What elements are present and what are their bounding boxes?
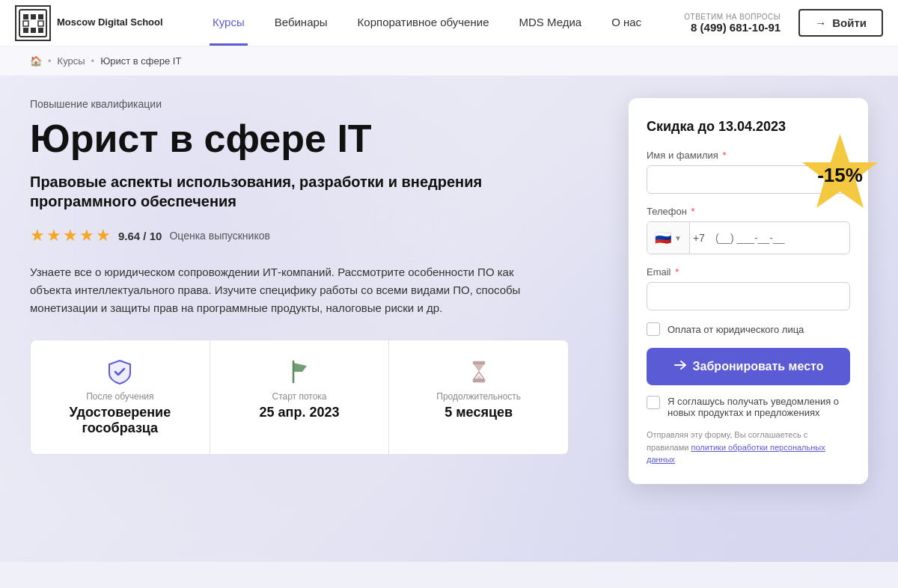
legal-payment-row: Оплата от юридического лица xyxy=(647,322,850,336)
breadcrumb-courses[interactable]: Курсы xyxy=(58,55,85,67)
info-card-certificate: После обучения Удостоверение гособразца xyxy=(30,340,210,455)
nav-courses[interactable]: Курсы xyxy=(210,1,248,46)
svg-rect-4 xyxy=(23,21,28,26)
email-input[interactable] xyxy=(647,282,850,310)
stars: ★ ★ ★ ★ ★ xyxy=(30,226,111,245)
logo-text: Moscow Digital School xyxy=(57,16,163,29)
nav-mds-media[interactable]: MDS Медиа xyxy=(516,1,584,46)
login-label: Войти xyxy=(832,16,867,29)
discount-badge: -15% xyxy=(797,132,883,218)
flag-emoji: 🇷🇺 xyxy=(655,230,671,246)
legal-payment-label: Оплата от юридического лица xyxy=(668,324,804,335)
certificate-label-small: После обучения xyxy=(53,391,187,402)
nav-corporate[interactable]: Корпоративное обучение xyxy=(355,1,492,46)
main-nav: Курсы Вебинары Корпоративное обучение MD… xyxy=(180,1,684,46)
breadcrumb-sep-2: • xyxy=(91,55,95,67)
chevron-down-icon: ▼ xyxy=(674,234,682,242)
svg-rect-1 xyxy=(23,14,28,19)
star-3: ★ xyxy=(63,226,78,245)
course-description: Узнаете все о юридическом сопровождении … xyxy=(30,263,539,317)
info-card-duration: Продолжительность 5 месяцев xyxy=(388,340,569,455)
discount-text: -15% xyxy=(797,132,883,218)
star-2: ★ xyxy=(46,226,61,245)
nav-about[interactable]: О нас xyxy=(608,1,644,46)
start-value: 25 апр. 2023 xyxy=(233,405,367,420)
breadcrumb-current: Юрист в сфере IT xyxy=(100,55,181,67)
info-cards: После обучения Удостоверение гособразца … xyxy=(30,340,569,455)
course-subtitle: Правовые аспекты использования, разработ… xyxy=(30,172,569,211)
nav-webinars[interactable]: Вебинары xyxy=(272,1,331,46)
svg-rect-5 xyxy=(38,21,43,26)
discount-percent-label: -15% xyxy=(817,164,863,187)
home-icon[interactable]: 🏠 xyxy=(30,55,42,67)
shield-icon xyxy=(53,358,187,385)
logo-icon xyxy=(15,5,51,41)
course-title: Юрист в сфере IT xyxy=(30,117,569,160)
submit-icon xyxy=(674,358,687,375)
svg-rect-7 xyxy=(31,28,36,33)
svg-rect-2 xyxy=(31,14,36,19)
phone-input[interactable] xyxy=(708,224,850,251)
duration-label-small: Продолжительность xyxy=(412,391,546,402)
content-left: Повышение квалификации Юрист в сфере IT … xyxy=(30,98,569,455)
form-footer: Отправляя эту форму, Вы соглашаетесь с п… xyxy=(647,429,850,466)
submit-button[interactable]: Забронировать место xyxy=(647,348,850,385)
star-5: ★ xyxy=(96,226,111,245)
rating-row: ★ ★ ★ ★ ★ 9.64 / 10 Оценка выпускников xyxy=(30,226,569,245)
phone-area: ОТВЕТИМ НА ВОПРОСЫ 8 (499) 681-10-91 xyxy=(684,13,781,34)
submit-label: Забронировать место xyxy=(693,360,824,373)
svg-rect-8 xyxy=(38,28,43,33)
header-right: ОТВЕТИМ НА ВОПРОСЫ 8 (499) 681-10-91 → В… xyxy=(684,9,883,37)
header: Moscow Digital School Курсы Вебинары Кор… xyxy=(0,0,898,46)
svg-rect-6 xyxy=(23,28,28,33)
star-1: ★ xyxy=(30,226,45,245)
breadcrumb: 🏠 • Курсы • Юрист в сфере IT xyxy=(0,46,898,76)
email-field-group: Email * xyxy=(647,266,850,310)
phone-label: ОТВЕТИМ НА ВОПРОСЫ xyxy=(684,13,781,21)
login-icon: → xyxy=(815,16,826,29)
start-label-small: Старт потока xyxy=(233,391,367,402)
consent-checkbox[interactable] xyxy=(647,396,660,409)
rating-label: Оценка выпускников xyxy=(169,230,269,242)
consent-row: Я соглашусь получать уведомления о новых… xyxy=(647,396,850,418)
phone-code: +7 xyxy=(690,232,708,244)
logo-area: Moscow Digital School xyxy=(15,5,180,41)
hourglass-icon xyxy=(412,358,546,385)
breadcrumb-sep-1: • xyxy=(48,55,52,67)
login-button[interactable]: → Войти xyxy=(798,9,883,37)
phone-input-row: 🇷🇺 ▼ +7 xyxy=(647,221,850,254)
phone-number: 8 (499) 681-10-91 xyxy=(684,21,781,34)
star-4: ★ xyxy=(79,226,94,245)
email-label: Email * xyxy=(647,266,850,278)
info-card-start: Старт потока 25 апр. 2023 xyxy=(210,340,389,455)
svg-rect-3 xyxy=(38,14,43,19)
course-type: Повышение квалификации xyxy=(30,98,569,110)
rating-score: 9.64 / 10 xyxy=(118,230,162,242)
main-area: Повышение квалификации Юрист в сфере IT … xyxy=(0,76,898,562)
svg-rect-39 xyxy=(473,361,485,364)
legal-payment-checkbox[interactable] xyxy=(647,322,660,336)
consent-label: Я соглашусь получать уведомления о новых… xyxy=(668,396,850,418)
flag-icon xyxy=(233,358,367,385)
flag-select[interactable]: 🇷🇺 ▼ xyxy=(647,222,690,254)
certificate-value: Удостоверение гособразца xyxy=(53,405,187,436)
duration-value: 5 месяцев xyxy=(412,405,546,420)
